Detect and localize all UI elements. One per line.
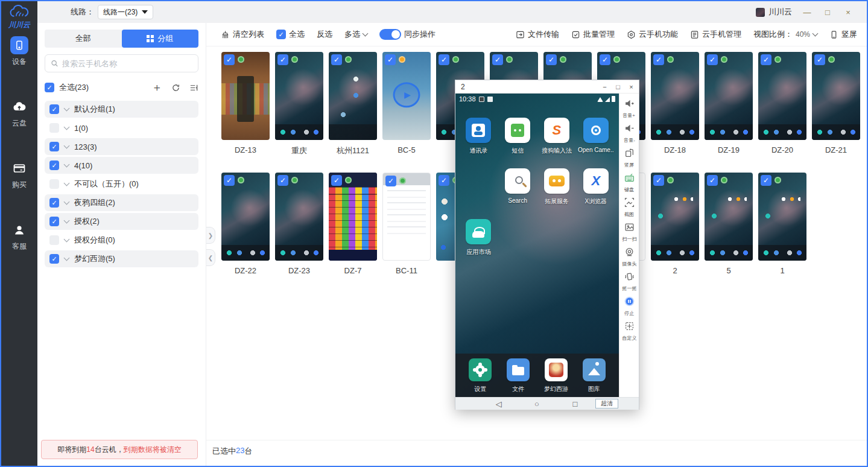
device-checkbox[interactable]: ✓ <box>277 175 288 186</box>
tool-keyboard[interactable]: 键盘 <box>624 173 635 194</box>
phone-app-settings[interactable]: 设置 <box>461 358 499 393</box>
tool-stop[interactable]: 停止 <box>624 296 635 317</box>
chevron-down-icon[interactable] <box>64 218 70 224</box>
device-checkbox[interactable]: ✓ <box>761 175 771 186</box>
clear-list-button[interactable]: 清空列表 <box>221 29 264 40</box>
device-thumbnail[interactable]: ✓ <box>812 52 860 140</box>
sidebar-item-cloud-disk[interactable]: 云盘 <box>1 92 37 134</box>
select-all-toolbar-checkbox[interactable]: ✓ <box>276 30 286 39</box>
panel-collapse-arrow[interactable]: ❮ <box>206 249 215 266</box>
device-card[interactable]: ✓DZ-13 <box>221 52 270 154</box>
device-thumbnail[interactable]: ✓ <box>329 52 377 140</box>
phone-app-gallery[interactable]: 图库 <box>575 358 613 393</box>
sidebar-item-service[interactable]: 客服 <box>1 215 37 257</box>
group-row[interactable]: 1(0) <box>45 119 198 136</box>
group-row[interactable]: ✓夜鸦四组(2) <box>45 194 198 211</box>
sidebar-item-device[interactable]: 设备 <box>1 30 37 72</box>
nav-back-button[interactable]: ◁ <box>480 399 518 408</box>
select-all-toolbar[interactable]: ✓ 全选 <box>276 29 305 40</box>
tool-volume-plus[interactable]: 音量+ <box>622 98 636 119</box>
panel-expand-arrow[interactable]: ❯ <box>206 227 215 244</box>
quality-selector[interactable]: 超清 <box>595 399 618 408</box>
nav-recent-button[interactable]: □ <box>556 399 594 408</box>
device-card[interactable]: ✓DZ-18 <box>651 52 699 154</box>
viewer-titlebar[interactable]: 2 − □ × <box>455 80 639 94</box>
device-thumbnail[interactable]: ✓ <box>382 52 431 140</box>
refresh-button[interactable] <box>171 83 180 92</box>
device-thumbnail[interactable]: ✓ <box>651 52 699 140</box>
sidebar-item-buy[interactable]: 购买 <box>1 153 37 195</box>
device-checkbox[interactable]: ✓ <box>653 54 664 65</box>
device-thumbnail[interactable]: ✓ <box>382 173 431 261</box>
phone-app-opencam[interactable]: Open Came.. <box>576 118 615 155</box>
device-card[interactable]: ✓BC-11 <box>382 173 431 275</box>
contacts-app-icon[interactable] <box>466 118 491 143</box>
device-thumbnail[interactable]: ✓ <box>275 173 323 261</box>
tool-shake[interactable]: 摇一摇 <box>621 272 638 293</box>
xbrowser-app-icon[interactable]: X <box>583 168 609 194</box>
tool-scan[interactable]: 扫一扫 <box>621 222 638 243</box>
device-thumbnail[interactable]: ✓ <box>275 52 323 140</box>
device-card[interactable]: ✓DZ-7 <box>329 173 377 275</box>
chevron-down-icon[interactable] <box>64 124 70 130</box>
tool-volume-minus[interactable]: 音量- <box>623 123 636 144</box>
portrait-button[interactable]: 竖屏 <box>829 29 857 40</box>
device-thumbnail[interactable]: ✓ <box>705 52 753 140</box>
group-row[interactable]: ✓123(3) <box>45 138 198 155</box>
invert-select-button[interactable]: 反选 <box>317 29 332 40</box>
chevron-down-icon[interactable] <box>64 106 70 112</box>
device-checkbox[interactable]: ✓ <box>385 54 396 65</box>
device-checkbox[interactable]: ✓ <box>653 175 664 186</box>
sync-operation-toggle[interactable]: 同步操作 <box>379 29 436 40</box>
group-row[interactable]: 授权分组(0) <box>45 232 198 249</box>
chevron-down-icon[interactable] <box>64 255 70 261</box>
tool-camera[interactable]: 摄像头 <box>621 247 638 268</box>
device-checkbox[interactable]: ✓ <box>761 54 771 65</box>
nav-home-button[interactable]: ○ <box>518 399 556 408</box>
chevron-down-icon[interactable] <box>64 199 70 205</box>
device-thumbnail[interactable]: ✓ <box>221 173 270 261</box>
viewer-minimize-button[interactable]: − <box>601 83 609 91</box>
sogou-app-icon[interactable]: S <box>544 118 569 143</box>
group-checkbox[interactable]: ✓ <box>49 198 59 208</box>
phone-app-sms[interactable]: 短信 <box>498 118 537 155</box>
phone-app-market[interactable]: 应用市场 <box>459 219 498 256</box>
device-card[interactable]: ✓重庆 <box>275 52 323 154</box>
chevron-down-icon[interactable] <box>64 162 70 168</box>
tab-all[interactable]: 全部 <box>45 30 122 48</box>
maximize-button[interactable]: □ <box>817 4 838 20</box>
device-card[interactable]: ✓DZ-19 <box>705 52 753 154</box>
file-transfer-button[interactable]: 文件传输 <box>516 29 559 40</box>
device-checkbox[interactable]: ✓ <box>331 175 342 186</box>
group-row[interactable]: ✓授权(2) <box>45 213 198 230</box>
settings-app-icon[interactable] <box>469 358 492 381</box>
batch-manage-button[interactable]: 批量管理 <box>571 29 615 40</box>
files-app-icon[interactable] <box>507 358 530 381</box>
gallery-app-icon[interactable] <box>583 358 606 381</box>
close-button[interactable]: × <box>838 4 858 20</box>
device-card[interactable]: ✓5 <box>705 173 753 275</box>
device-checkbox[interactable]: ✓ <box>277 54 288 65</box>
tool-screenshot[interactable]: 截图 <box>624 197 635 218</box>
phone-app-sogou[interactable]: S搜狗输入法 <box>537 118 577 155</box>
group-row[interactable]: 不可以（五开）(0) <box>45 176 198 192</box>
group-checkbox[interactable] <box>49 235 59 245</box>
group-row[interactable]: ✓默认分组(1) <box>45 101 198 118</box>
phone-screen[interactable]: 10:38 通讯录短信S搜狗输入法Open Came..Search拓展服务XX… <box>455 94 619 397</box>
device-checkbox[interactable]: ✓ <box>707 175 718 186</box>
device-checkbox[interactable]: ✓ <box>224 175 235 186</box>
phone-app-search[interactable]: Search <box>498 168 537 206</box>
minimize-button[interactable]: — <box>797 4 817 20</box>
cloud-phone-manage-button[interactable]: 云手机管理 <box>690 29 741 40</box>
device-thumbnail[interactable]: ✓ <box>705 173 753 261</box>
device-thumbnail[interactable]: ✓ <box>758 52 806 140</box>
cloud-phone-functions-button[interactable]: 云手机功能 <box>627 29 678 40</box>
group-checkbox[interactable] <box>49 123 59 133</box>
device-checkbox[interactable]: ✓ <box>546 54 557 65</box>
multi-select-button[interactable]: 多选 <box>344 29 367 40</box>
device-card[interactable]: ✓DZ-23 <box>275 173 323 275</box>
device-checkbox[interactable]: ✓ <box>814 54 825 65</box>
toggle-on-icon[interactable] <box>379 29 401 40</box>
device-card[interactable]: ✓2 <box>651 173 699 275</box>
device-card[interactable]: ✓DZ-20 <box>758 52 806 154</box>
